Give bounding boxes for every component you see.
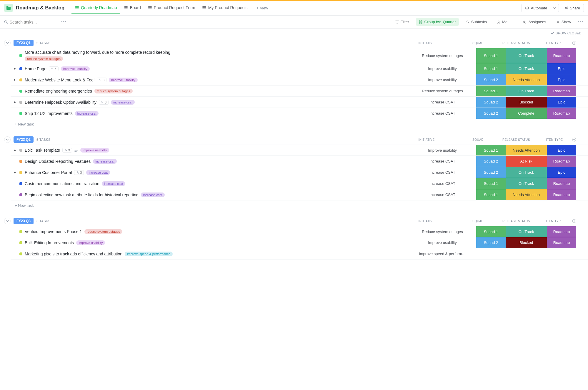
task-title[interactable]: Epic Task Template [25,148,60,153]
cell-release-status[interactable]: At Risk [506,156,547,167]
add-column-button[interactable] [572,219,584,223]
column-header-initiative[interactable]: INITIATIVE [393,138,460,141]
cell-item-type[interactable]: Roadmap [547,48,576,63]
status-square[interactable] [19,193,22,196]
cell-initiative[interactable]: Increase CSAT [409,108,476,119]
cell-release-status[interactable]: Blocked [506,97,547,108]
status-square[interactable] [19,90,22,93]
cell-release-status[interactable]: On Track [506,86,547,96]
column-header-initiative[interactable]: INITIATIVE [393,41,460,45]
cell-item-type[interactable]: Roadmap [547,108,576,119]
task-tag[interactable]: increase csat [93,159,117,164]
search-menu-button[interactable]: ••• [61,20,67,24]
task-row[interactable]: ▶More accurate chart data moving forward… [11,48,588,63]
cell-item-type[interactable]: Epic [547,145,576,155]
cell-release-status[interactable]: Complete [506,108,547,119]
task-row[interactable]: ▶Modernize Website Menu Look & Feel3impr… [11,74,588,86]
task-title[interactable]: Marketing pixels to track ads efficiency… [25,252,122,256]
task-tag[interactable]: increase csat [141,193,165,197]
cell-item-type[interactable]: Roadmap [547,237,576,248]
column-header-release[interactable]: RELEASE STATUS [496,41,537,45]
task-row[interactable]: ▶Remediate engineering emergenciesreduce… [11,86,588,97]
group-collapse-button[interactable] [4,136,11,143]
group-collapse-button[interactable] [4,40,11,46]
cell-item-type[interactable]: Roadmap [547,156,576,167]
task-tag[interactable]: improve speed & performance [125,252,173,256]
task-tag[interactable]: increase csat [111,100,135,105]
cell-release-status[interactable]: Blocked [506,237,547,248]
column-header-initiative[interactable]: INITIATIVE [393,220,460,223]
task-row[interactable]: ▶Determine Helpdesk Option Availiability… [11,97,588,108]
cell-squad[interactable]: Squad 2 [476,167,506,178]
add-view-button[interactable]: + View [253,4,272,13]
task-row[interactable]: ▶Bulk-Editing Improvementsimprove usabil… [11,237,588,248]
toolbar-more-button[interactable]: ••• [578,20,584,24]
task-row[interactable]: ▶Epic Task Template3improve usabilityImp… [11,145,588,156]
cell-release-status[interactable]: Needs Attention [506,189,547,200]
column-header-type[interactable]: ITEM TYPE [540,220,569,223]
cell-item-type[interactable]: Epic [547,167,576,178]
status-square[interactable] [19,78,22,81]
task-tag[interactable]: reduce system outages [84,229,123,234]
cell-squad[interactable]: Squad 2 [476,237,506,248]
task-row[interactable]: ▶Verified Improvements Phase 1reduce sys… [11,226,588,237]
cell-initiative[interactable]: Increase CSAT [409,156,476,167]
group-by-button[interactable]: Group by: Quarter [416,18,459,26]
cell-squad[interactable]: Squad 1 [476,226,506,237]
expand-caret[interactable]: ▶ [14,78,17,81]
cell-item-type[interactable]: Epic [547,97,576,108]
cell-initiative[interactable]: Reduce system outages [409,226,476,237]
column-header-type[interactable]: ITEM TYPE [540,138,569,141]
task-tag[interactable]: improve usability [61,66,90,71]
status-square[interactable] [19,171,22,174]
task-tag[interactable]: improve usability [109,78,138,82]
status-square[interactable] [19,101,22,104]
task-row[interactable]: ▶Enhance Customer Portal3increase csatIn… [11,167,588,178]
task-tag[interactable]: increase csat [86,170,110,175]
column-header-release[interactable]: RELEASE STATUS [496,138,537,141]
cell-squad[interactable]: Squad 2 [476,108,506,119]
task-title[interactable]: Ship 12 UX improvements [25,111,73,116]
task-title[interactable]: Home Page [25,66,46,71]
cell-release-status[interactable] [506,248,547,259]
expand-caret[interactable]: ▶ [14,149,17,152]
cell-item-type[interactable]: Epic [547,74,576,85]
cell-release-status[interactable]: Needs Attention [506,74,547,85]
cell-squad[interactable]: Squad 1 [476,145,506,155]
subtask-count-badge[interactable]: 4 [49,66,59,71]
search-box[interactable] [4,20,57,24]
subtask-count-badge[interactable]: 3 [62,148,72,153]
me-button[interactable]: Me [494,18,510,26]
cell-initiative[interactable]: Increase CSAT [409,97,476,108]
cell-initiative[interactable]: Increase CSAT [409,189,476,200]
cell-squad[interactable]: Squad 1 [476,48,506,63]
add-column-button[interactable] [572,138,584,142]
status-square[interactable] [19,112,22,115]
task-row[interactable]: ▶Home Page4improve usabilityImprove usab… [11,63,588,74]
group-chip[interactable]: FY23 Q3 [14,218,34,224]
cell-item-type[interactable]: Epic [547,63,576,74]
add-column-button[interactable] [572,41,584,45]
status-square[interactable] [19,252,22,255]
new-task-button[interactable]: + New task [0,119,588,129]
filter-button[interactable]: Filter [392,18,412,26]
tab-quarterly-roadmap[interactable]: Quarterly Roadmap [71,2,120,14]
cell-item-type[interactable]: Roadmap [547,226,576,237]
status-square[interactable] [19,54,22,57]
task-title[interactable]: Modernize Website Menu Look & Feel [25,78,94,82]
cell-item-type[interactable]: Roadmap [547,189,576,200]
cell-release-status[interactable]: On Track [506,63,547,74]
expand-caret[interactable]: ▶ [14,171,17,174]
cell-squad[interactable] [476,248,506,259]
task-tag[interactable]: reduce system outages [25,56,63,61]
task-title[interactable]: Remediate engineering emergencies [25,89,92,93]
assignees-button[interactable]: Assignees [520,18,549,26]
cell-squad[interactable]: Squad 2 [476,156,506,167]
task-title[interactable]: Verified Improvements Phase 1 [25,229,82,234]
task-title[interactable]: Design Updated Reporting Features [25,159,91,164]
task-title[interactable]: More accurate chart data moving forward,… [25,50,170,55]
cell-initiative[interactable]: Improve usability [409,145,476,155]
cell-release-status[interactable]: On Track [506,48,547,63]
automate-button[interactable]: Automate [521,4,551,12]
task-title[interactable]: Determine Helpdesk Option Availiability [25,100,96,105]
